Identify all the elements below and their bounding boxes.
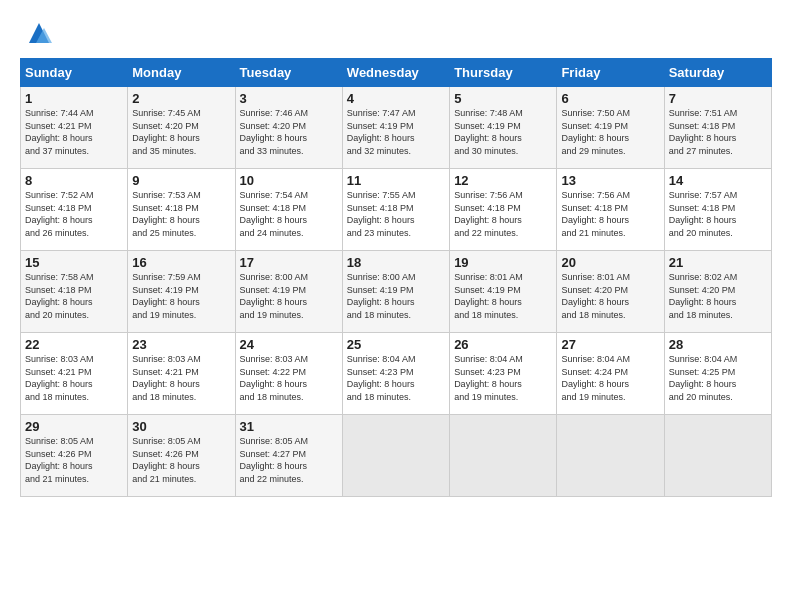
cell-text: Sunrise: 8:05 AMSunset: 4:26 PMDaylight:… xyxy=(25,435,123,485)
day-number: 23 xyxy=(132,337,230,352)
calendar-week-row: 15Sunrise: 7:58 AMSunset: 4:18 PMDayligh… xyxy=(21,251,772,333)
day-number: 19 xyxy=(454,255,552,270)
day-number: 26 xyxy=(454,337,552,352)
calendar-cell: 3Sunrise: 7:46 AMSunset: 4:20 PMDaylight… xyxy=(235,87,342,169)
cell-text: Sunrise: 8:04 AMSunset: 4:24 PMDaylight:… xyxy=(561,353,659,403)
calendar-cell: 8Sunrise: 7:52 AMSunset: 4:18 PMDaylight… xyxy=(21,169,128,251)
calendar-cell xyxy=(664,415,771,497)
day-of-week-monday: Monday xyxy=(128,59,235,87)
cell-text: Sunrise: 7:46 AMSunset: 4:20 PMDaylight:… xyxy=(240,107,338,157)
day-number: 13 xyxy=(561,173,659,188)
day-number: 29 xyxy=(25,419,123,434)
calendar-cell: 5Sunrise: 7:48 AMSunset: 4:19 PMDaylight… xyxy=(450,87,557,169)
calendar-cell xyxy=(450,415,557,497)
day-number: 30 xyxy=(132,419,230,434)
calendar-cell: 14Sunrise: 7:57 AMSunset: 4:18 PMDayligh… xyxy=(664,169,771,251)
cell-text: Sunrise: 7:48 AMSunset: 4:19 PMDaylight:… xyxy=(454,107,552,157)
day-number: 14 xyxy=(669,173,767,188)
day-number: 15 xyxy=(25,255,123,270)
calendar-cell xyxy=(342,415,449,497)
calendar-cell: 17Sunrise: 8:00 AMSunset: 4:19 PMDayligh… xyxy=(235,251,342,333)
calendar-cell: 7Sunrise: 7:51 AMSunset: 4:18 PMDaylight… xyxy=(664,87,771,169)
day-number: 10 xyxy=(240,173,338,188)
day-of-week-wednesday: Wednesday xyxy=(342,59,449,87)
calendar-cell xyxy=(557,415,664,497)
calendar-cell: 24Sunrise: 8:03 AMSunset: 4:22 PMDayligh… xyxy=(235,333,342,415)
calendar-cell: 16Sunrise: 7:59 AMSunset: 4:19 PMDayligh… xyxy=(128,251,235,333)
cell-text: Sunrise: 8:04 AMSunset: 4:23 PMDaylight:… xyxy=(347,353,445,403)
calendar-week-row: 29Sunrise: 8:05 AMSunset: 4:26 PMDayligh… xyxy=(21,415,772,497)
day-of-week-sunday: Sunday xyxy=(21,59,128,87)
calendar-cell: 25Sunrise: 8:04 AMSunset: 4:23 PMDayligh… xyxy=(342,333,449,415)
calendar-cell: 12Sunrise: 7:56 AMSunset: 4:18 PMDayligh… xyxy=(450,169,557,251)
cell-text: Sunrise: 7:44 AMSunset: 4:21 PMDaylight:… xyxy=(25,107,123,157)
day-number: 18 xyxy=(347,255,445,270)
calendar-cell: 6Sunrise: 7:50 AMSunset: 4:19 PMDaylight… xyxy=(557,87,664,169)
day-number: 6 xyxy=(561,91,659,106)
cell-text: Sunrise: 7:58 AMSunset: 4:18 PMDaylight:… xyxy=(25,271,123,321)
day-number: 27 xyxy=(561,337,659,352)
day-number: 12 xyxy=(454,173,552,188)
calendar-cell: 9Sunrise: 7:53 AMSunset: 4:18 PMDaylight… xyxy=(128,169,235,251)
cell-text: Sunrise: 8:05 AMSunset: 4:27 PMDaylight:… xyxy=(240,435,338,485)
day-of-week-thursday: Thursday xyxy=(450,59,557,87)
calendar-cell: 18Sunrise: 8:00 AMSunset: 4:19 PMDayligh… xyxy=(342,251,449,333)
calendar-header-row: SundayMondayTuesdayWednesdayThursdayFrid… xyxy=(21,59,772,87)
day-number: 3 xyxy=(240,91,338,106)
day-of-week-friday: Friday xyxy=(557,59,664,87)
calendar-cell: 29Sunrise: 8:05 AMSunset: 4:26 PMDayligh… xyxy=(21,415,128,497)
day-of-week-tuesday: Tuesday xyxy=(235,59,342,87)
cell-text: Sunrise: 8:05 AMSunset: 4:26 PMDaylight:… xyxy=(132,435,230,485)
cell-text: Sunrise: 7:56 AMSunset: 4:18 PMDaylight:… xyxy=(454,189,552,239)
cell-text: Sunrise: 8:04 AMSunset: 4:25 PMDaylight:… xyxy=(669,353,767,403)
cell-text: Sunrise: 7:56 AMSunset: 4:18 PMDaylight:… xyxy=(561,189,659,239)
calendar-cell: 27Sunrise: 8:04 AMSunset: 4:24 PMDayligh… xyxy=(557,333,664,415)
cell-text: Sunrise: 8:00 AMSunset: 4:19 PMDaylight:… xyxy=(240,271,338,321)
calendar-cell: 20Sunrise: 8:01 AMSunset: 4:20 PMDayligh… xyxy=(557,251,664,333)
calendar-cell: 21Sunrise: 8:02 AMSunset: 4:20 PMDayligh… xyxy=(664,251,771,333)
day-number: 25 xyxy=(347,337,445,352)
cell-text: Sunrise: 8:03 AMSunset: 4:22 PMDaylight:… xyxy=(240,353,338,403)
day-number: 17 xyxy=(240,255,338,270)
day-number: 24 xyxy=(240,337,338,352)
cell-text: Sunrise: 8:02 AMSunset: 4:20 PMDaylight:… xyxy=(669,271,767,321)
day-number: 2 xyxy=(132,91,230,106)
cell-text: Sunrise: 7:53 AMSunset: 4:18 PMDaylight:… xyxy=(132,189,230,239)
cell-text: Sunrise: 8:01 AMSunset: 4:19 PMDaylight:… xyxy=(454,271,552,321)
day-number: 9 xyxy=(132,173,230,188)
page: SundayMondayTuesdayWednesdayThursdayFrid… xyxy=(0,0,792,612)
day-number: 16 xyxy=(132,255,230,270)
cell-text: Sunrise: 7:47 AMSunset: 4:19 PMDaylight:… xyxy=(347,107,445,157)
calendar-cell: 15Sunrise: 7:58 AMSunset: 4:18 PMDayligh… xyxy=(21,251,128,333)
calendar-cell: 19Sunrise: 8:01 AMSunset: 4:19 PMDayligh… xyxy=(450,251,557,333)
calendar-cell: 13Sunrise: 7:56 AMSunset: 4:18 PMDayligh… xyxy=(557,169,664,251)
day-number: 8 xyxy=(25,173,123,188)
calendar: SundayMondayTuesdayWednesdayThursdayFrid… xyxy=(20,58,772,497)
calendar-cell: 11Sunrise: 7:55 AMSunset: 4:18 PMDayligh… xyxy=(342,169,449,251)
cell-text: Sunrise: 8:03 AMSunset: 4:21 PMDaylight:… xyxy=(25,353,123,403)
day-number: 7 xyxy=(669,91,767,106)
day-number: 5 xyxy=(454,91,552,106)
cell-text: Sunrise: 7:54 AMSunset: 4:18 PMDaylight:… xyxy=(240,189,338,239)
cell-text: Sunrise: 7:50 AMSunset: 4:19 PMDaylight:… xyxy=(561,107,659,157)
cell-text: Sunrise: 7:51 AMSunset: 4:18 PMDaylight:… xyxy=(669,107,767,157)
day-number: 31 xyxy=(240,419,338,434)
calendar-week-row: 22Sunrise: 8:03 AMSunset: 4:21 PMDayligh… xyxy=(21,333,772,415)
cell-text: Sunrise: 8:00 AMSunset: 4:19 PMDaylight:… xyxy=(347,271,445,321)
calendar-cell: 31Sunrise: 8:05 AMSunset: 4:27 PMDayligh… xyxy=(235,415,342,497)
day-number: 28 xyxy=(669,337,767,352)
calendar-cell: 28Sunrise: 8:04 AMSunset: 4:25 PMDayligh… xyxy=(664,333,771,415)
cell-text: Sunrise: 7:45 AMSunset: 4:20 PMDaylight:… xyxy=(132,107,230,157)
calendar-cell: 30Sunrise: 8:05 AMSunset: 4:26 PMDayligh… xyxy=(128,415,235,497)
cell-text: Sunrise: 7:59 AMSunset: 4:19 PMDaylight:… xyxy=(132,271,230,321)
day-number: 4 xyxy=(347,91,445,106)
day-number: 20 xyxy=(561,255,659,270)
cell-text: Sunrise: 8:03 AMSunset: 4:21 PMDaylight:… xyxy=(132,353,230,403)
calendar-week-row: 1Sunrise: 7:44 AMSunset: 4:21 PMDaylight… xyxy=(21,87,772,169)
day-of-week-saturday: Saturday xyxy=(664,59,771,87)
cell-text: Sunrise: 7:57 AMSunset: 4:18 PMDaylight:… xyxy=(669,189,767,239)
cell-text: Sunrise: 8:04 AMSunset: 4:23 PMDaylight:… xyxy=(454,353,552,403)
calendar-cell: 2Sunrise: 7:45 AMSunset: 4:20 PMDaylight… xyxy=(128,87,235,169)
logo-icon xyxy=(24,18,54,48)
calendar-cell: 1Sunrise: 7:44 AMSunset: 4:21 PMDaylight… xyxy=(21,87,128,169)
